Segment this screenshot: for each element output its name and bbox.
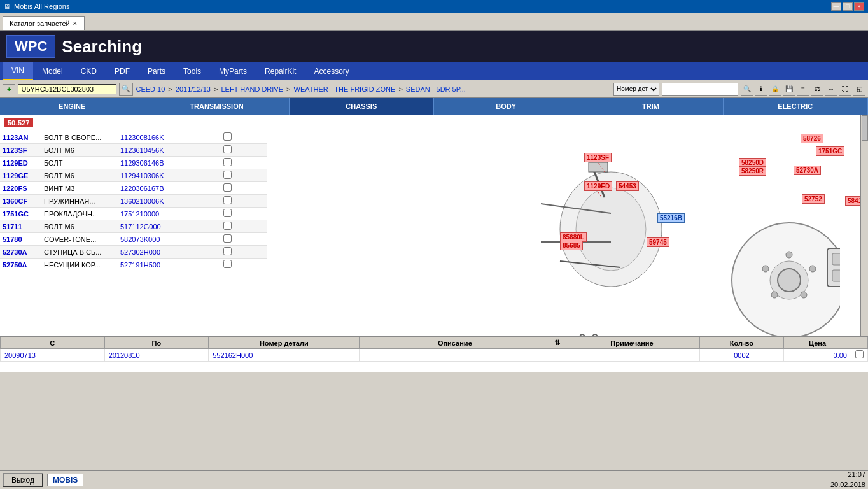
add-button[interactable]: + bbox=[3, 84, 15, 94]
cat-tab-transmission[interactable]: TRANSMISSION bbox=[144, 98, 289, 115]
search-type-dropdown[interactable]: Номер дет Описание bbox=[613, 83, 659, 96]
nav-tab-model[interactable]: Model bbox=[33, 62, 72, 80]
part-checkbox-cell[interactable] bbox=[188, 131, 267, 144]
tab-close-icon[interactable]: ✕ bbox=[73, 20, 78, 27]
part-checkbox-cell[interactable] bbox=[188, 182, 267, 195]
diagram-label-1123SF[interactable]: 1123SF bbox=[584, 153, 612, 162]
parts-table: 1123AN БОЛТ В СБОРЕ... 1123008166K 1123S… bbox=[0, 131, 267, 271]
parts-scroll[interactable]: 1123AN БОЛТ В СБОРЕ... 1123008166K 1123S… bbox=[0, 131, 267, 336]
minimize-button[interactable]: — bbox=[831, 2, 841, 11]
detail-check[interactable] bbox=[851, 349, 868, 362]
part-checkbox[interactable] bbox=[223, 196, 232, 204]
svg-point-16 bbox=[771, 292, 778, 298]
table-row[interactable]: 51711 БОЛТ М6 517112G000 bbox=[0, 220, 267, 233]
breadcrumb-link-5[interactable]: SEDAN - 5DR 5P... bbox=[406, 85, 466, 93]
breadcrumb-link-2[interactable]: 2011/12/13 bbox=[176, 85, 211, 93]
tab-catalog[interactable]: Каталог запчастей ✕ bbox=[3, 16, 85, 30]
detail-checkbox[interactable] bbox=[855, 350, 864, 358]
search-tool-icon[interactable]: 🔍 bbox=[741, 83, 753, 96]
save-tool-icon[interactable]: 💾 bbox=[783, 83, 795, 96]
nav-tab-repairkit[interactable]: RepairKit bbox=[256, 62, 305, 80]
part-checkbox-cell[interactable] bbox=[188, 144, 267, 157]
diagram-scroll-thumb[interactable] bbox=[862, 115, 868, 141]
table-row[interactable]: 51780 COVER-TONE... 582073K000 bbox=[0, 233, 267, 246]
part-checkbox[interactable] bbox=[223, 145, 232, 153]
list-tool-icon[interactable]: ≡ bbox=[797, 83, 809, 96]
diagram-label-52730A[interactable]: 52730A bbox=[794, 166, 821, 175]
part-checkbox-cell[interactable] bbox=[188, 246, 267, 259]
table-row[interactable]: 1129ED БОЛТ 1129306146B bbox=[0, 157, 267, 169]
part-checkbox[interactable] bbox=[223, 183, 232, 192]
table-row[interactable]: 52750A НЕСУЩИЙ КОР... 527191H500 bbox=[0, 259, 267, 271]
nav-tab-accessory[interactable]: Accessory bbox=[305, 62, 358, 80]
table-row[interactable]: 1360CF ПРУЖИННАЯ... 1360210006K bbox=[0, 195, 267, 208]
cat-tab-trim[interactable]: TRIM bbox=[578, 98, 723, 115]
diagram-label-58726[interactable]: 58726 bbox=[801, 134, 823, 143]
part-checkbox-cell[interactable] bbox=[188, 208, 267, 220]
nav-tab-parts[interactable]: Parts bbox=[139, 62, 174, 80]
diagram-label-85685[interactable]: 85685 bbox=[560, 241, 583, 250]
part-checkbox[interactable] bbox=[223, 158, 232, 166]
table-row[interactable]: 52730A СТУПИЦА В СБ... 527302H000 bbox=[0, 246, 267, 259]
diagram-label-54453[interactable]: 54453 bbox=[616, 181, 639, 191]
table-row[interactable]: 1751GC ПРОКЛАДОЧН... 1751210000 bbox=[0, 208, 267, 220]
part-checkbox[interactable] bbox=[223, 171, 232, 179]
cat-tab-engine[interactable]: ENGINE bbox=[0, 98, 144, 115]
diagram-label-58250R[interactable]: 58250R bbox=[739, 166, 766, 176]
svg-point-13 bbox=[786, 252, 792, 258]
search-input[interactable] bbox=[662, 83, 738, 96]
maximize-button[interactable]: □ bbox=[843, 2, 853, 11]
vin-search-button[interactable]: 🔍 bbox=[119, 83, 133, 96]
diagram-label-55216B[interactable]: 55216B bbox=[657, 213, 685, 223]
part-checkbox[interactable] bbox=[223, 234, 232, 243]
diagram-label-52752[interactable]: 52752 bbox=[802, 194, 825, 204]
part-checkbox[interactable] bbox=[223, 132, 232, 141]
part-checkbox-cell[interactable] bbox=[188, 259, 267, 271]
vin-input[interactable] bbox=[18, 84, 116, 94]
resize-tool-icon[interactable]: ◱ bbox=[853, 83, 865, 96]
nav-tab-myparts[interactable]: MyParts bbox=[210, 62, 256, 80]
lock-tool-icon[interactable]: 🔒 bbox=[769, 83, 781, 96]
part-number: 517112G000 bbox=[118, 220, 188, 233]
expand-tool-icon[interactable]: ↔ bbox=[825, 83, 837, 96]
breadcrumb-link-4[interactable]: WEATHER - THE FRIGID ZONE bbox=[294, 85, 396, 93]
table-row[interactable]: 1220FS ВИНТ М3 1220306167B bbox=[0, 182, 267, 195]
part-checkbox[interactable] bbox=[223, 247, 232, 255]
part-checkbox[interactable] bbox=[223, 222, 232, 230]
diagram-label-1129ED[interactable]: 1129ED bbox=[584, 181, 612, 191]
part-checkbox-cell[interactable] bbox=[188, 157, 267, 169]
table-row[interactable]: 1129GE БОЛТ М6 1129410306K bbox=[0, 169, 267, 182]
table-row[interactable]: 1123AN БОЛТ В СБОРЕ... 1123008166K bbox=[0, 131, 267, 144]
compare-tool-icon[interactable]: ⚖ bbox=[811, 83, 823, 96]
info-tool-icon[interactable]: ℹ bbox=[755, 83, 767, 96]
nav-tab-tools[interactable]: Tools bbox=[174, 62, 210, 80]
cat-tab-body[interactable]: BODY bbox=[434, 98, 578, 115]
breadcrumb-sep-1: > bbox=[168, 85, 174, 93]
part-checkbox-cell[interactable] bbox=[188, 220, 267, 233]
part-code: 1129GE bbox=[0, 169, 41, 182]
cat-tab-electric[interactable]: ELECTRIC bbox=[724, 98, 868, 115]
fullscreen-tool-icon[interactable]: ⛶ bbox=[839, 83, 851, 96]
breadcrumb-link-1[interactable]: CEED 10 bbox=[136, 85, 165, 93]
part-checkbox-cell[interactable] bbox=[188, 233, 267, 246]
table-row[interactable]: 1123SF БОЛТ М6 1123610456K bbox=[0, 144, 267, 157]
window-controls[interactable]: — □ × bbox=[831, 2, 864, 11]
exit-button[interactable]: Выход bbox=[3, 473, 43, 487]
close-button[interactable]: × bbox=[854, 2, 864, 11]
diagram-label-59745[interactable]: 59745 bbox=[647, 237, 669, 247]
diagram-label-1751GC[interactable]: 1751GC bbox=[816, 146, 844, 156]
part-checkbox-cell[interactable] bbox=[188, 169, 267, 182]
part-checkbox-cell[interactable] bbox=[188, 195, 267, 208]
part-code: 51711 bbox=[0, 220, 41, 233]
cat-tab-chassis[interactable]: CHASSIS bbox=[290, 98, 434, 115]
part-checkbox[interactable] bbox=[223, 260, 232, 268]
part-number: 527191H500 bbox=[118, 259, 188, 271]
breadcrumb-link-3[interactable]: LEFT HAND DRIVE bbox=[221, 85, 283, 93]
part-checkbox[interactable] bbox=[223, 209, 232, 217]
nav-tab-vin[interactable]: VIN bbox=[3, 62, 33, 80]
nav-tab-ckd[interactable]: CKD bbox=[72, 62, 106, 80]
diagram-scroll[interactable]: 1123SF1129ED5445355216B85680L85685597455… bbox=[267, 115, 868, 336]
diagram-scrollbar[interactable] bbox=[860, 115, 868, 336]
nav-tab-pdf[interactable]: PDF bbox=[106, 62, 139, 80]
col-sort[interactable]: ⇅ bbox=[550, 337, 564, 349]
